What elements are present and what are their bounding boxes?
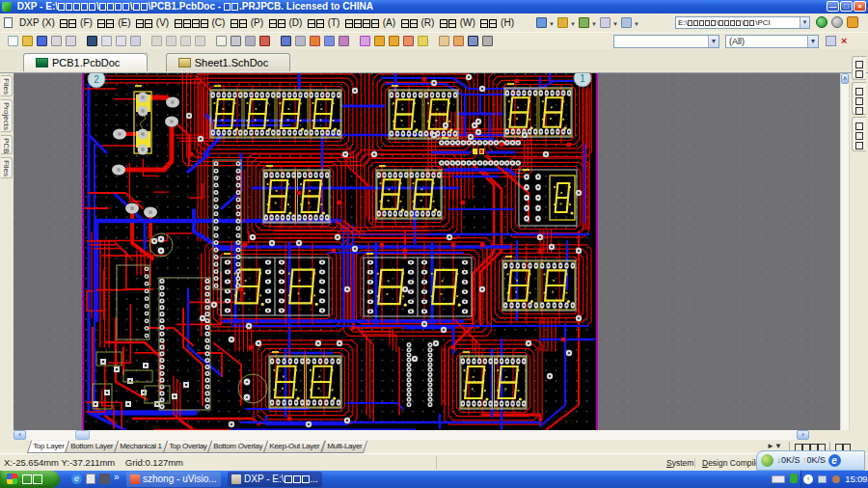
svg-text:2: 2 xyxy=(94,74,99,85)
svg-text:1: 1 xyxy=(580,73,585,84)
